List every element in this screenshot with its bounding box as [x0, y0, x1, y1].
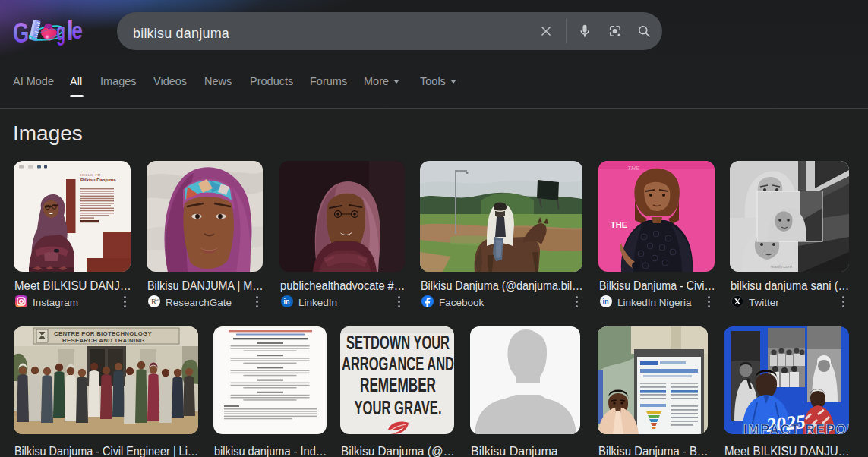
- svg-text:IMPACT REPORT: IMPACT REPORT: [743, 422, 849, 434]
- svg-text:in: in: [283, 298, 289, 305]
- svg-text:wanly.com: wanly.com: [770, 264, 792, 269]
- svg-text:RESEARCH AND TRAINING: RESEARCH AND TRAINING: [62, 337, 145, 344]
- svg-text:Bilkisu Danjuma: Bilkisu Danjuma: [80, 178, 116, 182]
- svg-text:ARROGANCE AND: ARROGANCE AND: [342, 352, 454, 375]
- svg-text:THE: THE: [627, 165, 640, 172]
- svg-text:REMEMBER: REMEMBER: [360, 373, 436, 396]
- svg-text:in: in: [602, 298, 608, 305]
- svg-text:g: g: [56, 18, 65, 46]
- svg-text:G: G: [13, 16, 29, 48]
- svg-text:G: G: [156, 297, 159, 301]
- svg-text:SETDOWN YOUR: SETDOWN YOUR: [346, 331, 450, 354]
- svg-text:HELLO, I'M: HELLO, I'M: [80, 173, 101, 177]
- svg-text:e: e: [71, 17, 83, 43]
- svg-text:YOUR GRAVE.: YOUR GRAVE.: [355, 396, 442, 419]
- svg-text:THE: THE: [611, 220, 627, 229]
- svg-text:CENTRE FOR BIOTECHNOLOGY: CENTRE FOR BIOTECHNOLOGY: [54, 330, 152, 337]
